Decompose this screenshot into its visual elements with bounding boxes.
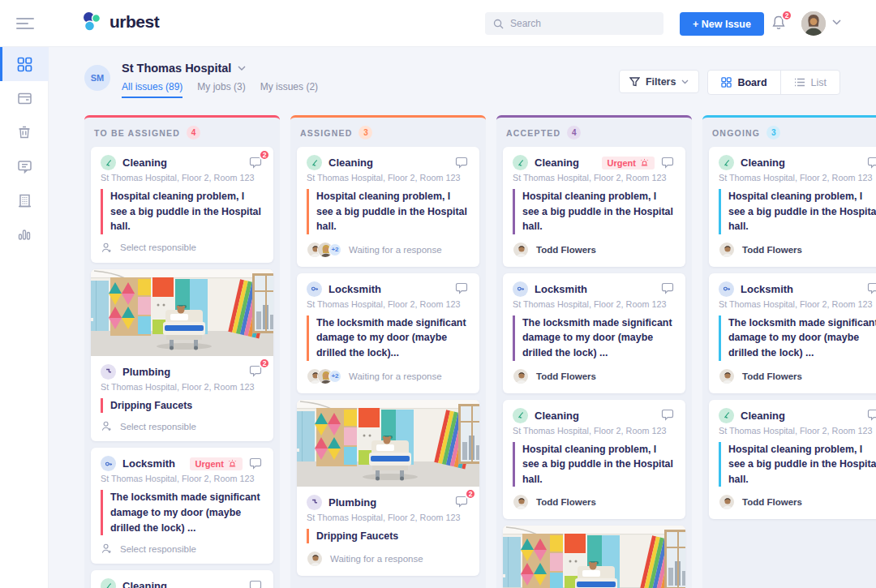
issue-card[interactable]: Cleaning St Thomas Hospital, Floor 2, Ro…	[709, 400, 876, 520]
sidebar-item-board[interactable]	[0, 47, 49, 81]
assignee-avatars: +2	[307, 242, 341, 258]
chat-icon[interactable]: 2	[455, 496, 470, 509]
chat-count-badge: 2	[259, 358, 270, 369]
bar-chart-icon	[17, 227, 32, 242]
locksmith-category-icon	[719, 281, 734, 297]
view-board-button[interactable]: Board	[708, 71, 779, 94]
user-avatar[interactable]	[801, 11, 826, 36]
chat-icon[interactable]	[455, 282, 470, 295]
view-board-label: Board	[737, 77, 766, 88]
site-name: St Thomas Hospital	[122, 62, 231, 75]
tab-my-jobs[interactable]: My jobs (3)	[197, 81, 245, 98]
card-category: Plumbing	[122, 366, 243, 378]
cleaning-category-icon	[719, 408, 734, 423]
issue-card[interactable]: Locksmith St Thomas Hospital, Floor 2, R…	[709, 273, 876, 393]
card-description: Dripping Faucets	[101, 398, 264, 414]
trash-icon	[17, 125, 32, 139]
issue-card[interactable]: Cleaning St Thomas Hospital, Floor 2, Ro…	[91, 570, 273, 588]
sidebar-item-buildings[interactable]	[0, 183, 49, 217]
menu-toggle-icon[interactable]	[16, 18, 34, 29]
kanban-board: TO BE ASSIGNED 4 Cleaning 2 St Thomas Ho…	[84, 115, 876, 588]
card-location: St Thomas Hospital, Floor 2, Room 123	[513, 173, 676, 182]
sidebar-item-messages[interactable]	[0, 149, 49, 183]
card-location: St Thomas Hospital, Floor 2, Room 123	[307, 299, 470, 309]
user-menu-chevron-down-icon[interactable]	[832, 19, 841, 25]
new-issue-button[interactable]: + New Issue	[680, 12, 764, 36]
chat-icon[interactable]	[867, 282, 876, 295]
issue-card[interactable]: Cleaning Urgent St Thomas Hospital, Floo…	[503, 147, 685, 267]
brand-name: urbest	[110, 12, 159, 32]
cleaning-category-icon	[101, 578, 116, 588]
card-category: Locksmith	[122, 457, 183, 470]
site-chevron-down-icon	[238, 66, 246, 71]
card-description: Hospital cleaning problem, I see a big p…	[719, 189, 876, 234]
room-photo	[91, 269, 273, 356]
list-view-icon	[794, 78, 805, 87]
view-list-button[interactable]: List	[780, 71, 840, 94]
assignee-avatars	[307, 551, 323, 567]
avatar	[307, 551, 323, 567]
urgent-badge: Urgent	[190, 457, 243, 470]
issue-card[interactable]: Cleaning 2 St Thomas Hospital, Floor 2, …	[91, 147, 273, 263]
issue-card[interactable]: Locksmith St Thomas Hospital, Floor 2, R…	[297, 273, 479, 393]
issue-card[interactable]: Cleaning St Thomas Hospital, Floor 2, Ro…	[503, 400, 685, 520]
search-input[interactable]	[510, 18, 648, 29]
site-avatar[interactable]: SM	[84, 65, 110, 91]
select-responsible-icon	[101, 543, 113, 555]
card-location: St Thomas Hospital, Floor 2, Room 123	[307, 513, 470, 522]
card-footer-label[interactable]: Select responsible	[120, 544, 196, 554]
chat-icon[interactable]	[249, 457, 264, 470]
column-ongoing: ONGOING 3 Cleaning St Thomas Hospital, F…	[702, 115, 876, 588]
search-icon	[493, 19, 504, 29]
site-switcher[interactable]: St Thomas Hospital	[122, 62, 318, 75]
chat-icon[interactable]	[249, 580, 264, 588]
card-footer-label: Todd Flowers	[742, 371, 802, 381]
locksmith-category-icon	[101, 456, 116, 471]
card-category: Cleaning	[535, 157, 595, 169]
filters-chevron-down-icon	[681, 79, 689, 84]
card-location: St Thomas Hospital, Floor 2, Room 123	[101, 382, 264, 392]
card-footer-label: Waiting for a response	[330, 554, 423, 564]
card-footer-label[interactable]: Select responsible	[120, 242, 196, 252]
column-title: TO BE ASSIGNED	[94, 128, 180, 138]
chat-icon[interactable]	[661, 282, 676, 295]
cleaning-category-icon	[513, 408, 528, 423]
issue-card[interactable]: Plumbing 2 St Thomas Hospital, Floor 2, …	[503, 526, 685, 588]
card-location: St Thomas Hospital, Floor 2, Room 123	[719, 426, 876, 436]
column-accepted: ACCEPTED 4 Cleaning Urgent St Thomas Hos…	[496, 115, 692, 588]
chat-icon[interactable]: 2	[249, 157, 264, 170]
tab-my-issues[interactable]: My issues (2)	[260, 81, 318, 98]
card-location: St Thomas Hospital, Floor 2, Room 123	[513, 426, 676, 436]
sidebar-item-archive[interactable]	[0, 81, 49, 115]
column-title: ACCEPTED	[506, 128, 560, 138]
issue-tabs: All issues (89) My jobs (3) My issues (2…	[122, 81, 318, 98]
issue-card[interactable]: Cleaning St Thomas Hospital, Floor 2, Ro…	[709, 147, 876, 267]
card-footer-label[interactable]: Select responsible	[120, 422, 196, 431]
chat-icon[interactable]: 2	[249, 365, 264, 378]
card-location: St Thomas Hospital, Floor 2, Room 123	[719, 299, 876, 309]
card-footer-label: Waiting for a response	[349, 245, 442, 255]
chat-icon[interactable]	[661, 409, 676, 422]
filters-button[interactable]: Filters	[619, 70, 700, 93]
search-box[interactable]	[485, 12, 663, 35]
card-footer-label: Todd Flowers	[536, 497, 596, 507]
issue-card[interactable]: Locksmith Urgent St Thomas Hospital, Flo…	[91, 448, 273, 564]
chat-icon[interactable]	[867, 409, 876, 422]
issue-card[interactable]: Plumbing 2 St Thomas Hospital, Floor 2, …	[91, 269, 273, 442]
chat-icon[interactable]	[867, 157, 876, 170]
locksmith-category-icon	[513, 281, 528, 297]
tab-all-issues[interactable]: All issues (89)	[122, 81, 182, 98]
sidebar-item-analytics[interactable]	[0, 217, 49, 251]
notifications-bell-icon[interactable]: 2	[771, 15, 788, 32]
chat-icon[interactable]	[455, 157, 470, 170]
chat-icon[interactable]	[661, 157, 676, 170]
archive-box-icon	[17, 91, 32, 106]
card-description: The locksmith made significant damage to…	[307, 315, 470, 361]
avatar	[513, 368, 529, 384]
issue-card[interactable]: Plumbing 2 St Thomas Hospital, Floor 2, …	[297, 400, 479, 577]
card-description: Hospital cleaning problem, I see a big p…	[101, 189, 264, 234]
issue-card[interactable]: Cleaning St Thomas Hospital, Floor 2, Ro…	[297, 147, 479, 267]
sidebar-item-trash[interactable]	[0, 115, 49, 149]
card-category: Cleaning	[328, 157, 449, 169]
issue-card[interactable]: Locksmith St Thomas Hospital, Floor 2, R…	[503, 273, 685, 393]
